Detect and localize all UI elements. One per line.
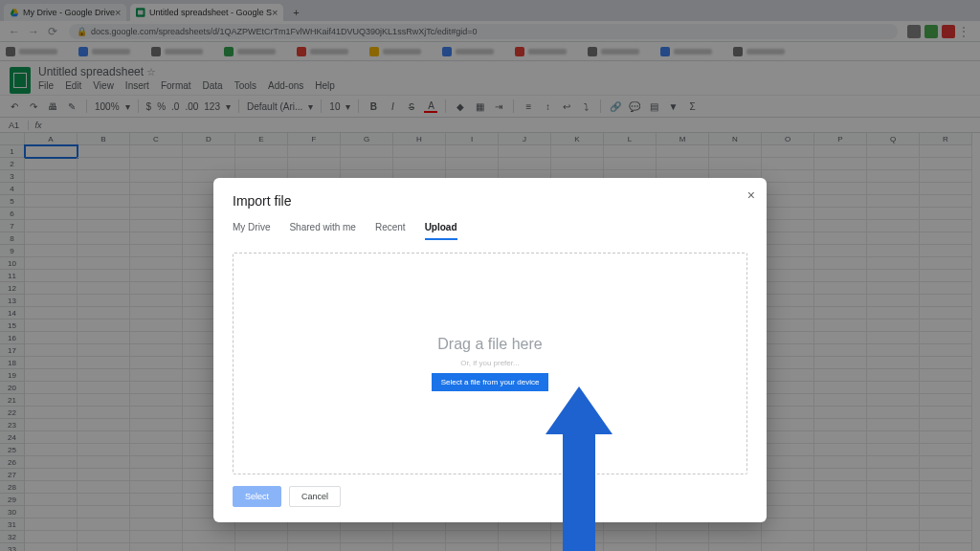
- tab-upload[interactable]: Upload: [425, 222, 457, 240]
- tab-shared[interactable]: Shared with me: [289, 222, 355, 240]
- tab-my-drive[interactable]: My Drive: [233, 222, 270, 240]
- modal-title: Import file: [233, 193, 747, 209]
- or-text: Or, if you prefer...: [460, 359, 519, 367]
- select-file-button[interactable]: Select a file from your device: [432, 373, 549, 391]
- select-button[interactable]: Select: [233, 486, 281, 507]
- close-button[interactable]: ×: [747, 187, 755, 203]
- modal-footer: Select Cancel: [233, 486, 747, 507]
- tab-recent[interactable]: Recent: [375, 222, 406, 240]
- import-file-modal: Import file × My Drive Shared with me Re…: [213, 178, 767, 522]
- dropzone[interactable]: Drag a file here Or, if you prefer... Se…: [233, 253, 747, 474]
- cancel-button[interactable]: Cancel: [289, 486, 341, 507]
- drag-text: Drag a file here: [437, 336, 542, 353]
- modal-tabs: My Drive Shared with me Recent Upload: [233, 222, 747, 241]
